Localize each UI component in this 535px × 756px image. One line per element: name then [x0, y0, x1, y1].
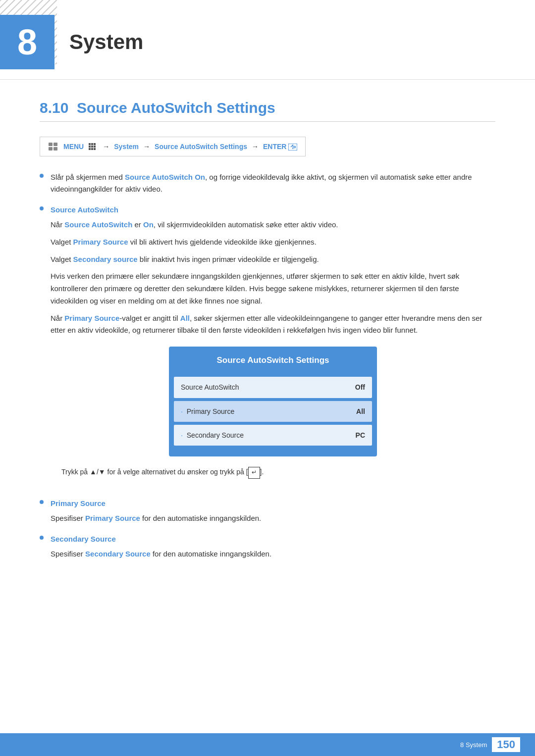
bullet-dot [40, 174, 44, 178]
footer-page-number: 150 [492, 737, 520, 752]
secondary-source-text: Spesifiser Secondary Source for den auto… [51, 548, 495, 560]
chapter-number: 8 [17, 22, 37, 62]
sub-para-5: Når Primary Source-valget er angitt til … [51, 312, 495, 337]
settings-row-autoswitch-value: Off [355, 382, 365, 393]
settings-row-autoswitch-label: Source AutoSwitch [181, 382, 239, 393]
intro-text: Slår på skjermen med Source AutoSwitch O… [51, 171, 495, 195]
secondary-source-heading: Secondary Source [51, 533, 495, 545]
sub-paragraphs: Når Source AutoSwitch er On, vil skjermv… [51, 219, 495, 337]
svg-rect-4 [49, 147, 53, 151]
list-item-primary-source: Primary Source Spesifiser Primary Source… [40, 498, 495, 524]
svg-rect-12 [89, 148, 91, 150]
svg-rect-6 [89, 143, 91, 145]
primary-source-text: Spesifiser Primary Source for den automa… [51, 512, 495, 524]
svg-rect-13 [91, 148, 93, 150]
settings-row-primary-value: All [356, 406, 365, 417]
navigate-hint: Trykk på ▲/▼ for å velge alternativet du… [61, 466, 495, 478]
settings-dialog-title: Source AutoSwitch Settings [169, 347, 377, 374]
menu-icon [48, 142, 58, 151]
source-autoswitch-heading: Source AutoSwitch [51, 204, 495, 216]
intro-bold: Source AutoSwitch On [125, 173, 205, 181]
list-item-intro: Slår på skjermen med Source AutoSwitch O… [40, 171, 495, 195]
menu-label: MENU [63, 143, 84, 151]
arrow1: → [103, 143, 109, 151]
menu-settings: Source AutoSwitch Settings [155, 143, 247, 151]
footer-chapter-label: 8 System [460, 741, 487, 749]
settings-row-secondary: · Secondary Source PC [174, 425, 372, 446]
menu-system: System [114, 143, 139, 151]
settings-row-autoswitch: Source AutoSwitch Off [174, 377, 372, 398]
grid-icon [88, 143, 96, 151]
page-footer: 8 System 150 [0, 733, 535, 756]
sub-para-4: Hvis verken den primære eller sekundære … [51, 270, 495, 307]
svg-rect-11 [94, 146, 96, 148]
menu-enter: ENTER [263, 143, 297, 151]
arrow3: → [252, 143, 259, 151]
list-item-source-autoswitch: Source AutoSwitch Når Source AutoSwitch … [40, 204, 495, 489]
svg-rect-3 [54, 143, 57, 146]
svg-rect-5 [54, 147, 57, 151]
sub-para-2: Valget Primary Source vil bli aktivert h… [51, 236, 495, 249]
bullet-dot-3 [40, 500, 44, 504]
bullet-dot-2 [40, 206, 44, 210]
chapter-title: System [69, 30, 143, 54]
section-title: 8.10 Source AutoSwitch Settings [40, 100, 495, 122]
enter-box-icon: ↵ [248, 467, 260, 478]
sub-para-3: Valget Secondary source blir inaktivt hv… [51, 253, 495, 266]
settings-row-secondary-value: PC [356, 430, 365, 441]
svg-rect-14 [94, 148, 96, 150]
arrow2: → [143, 143, 150, 151]
menu-path: MENU → System → Source AutoSwitch Settin… [40, 137, 306, 156]
list-item-secondary-source: Secondary Source Spesifiser Secondary So… [40, 533, 495, 560]
settings-row-secondary-label: · Secondary Source [181, 430, 244, 441]
svg-rect-7 [91, 143, 93, 145]
svg-rect-10 [91, 146, 93, 148]
settings-row-primary: · Primary Source All [174, 401, 372, 422]
svg-rect-9 [89, 146, 91, 148]
chapter-number-box: 8 [0, 15, 54, 69]
enter-arrow-icon [288, 144, 297, 151]
svg-rect-2 [49, 143, 53, 146]
sub-para-1: Når Source AutoSwitch er On, vil skjermv… [51, 219, 495, 231]
bullet-dot-4 [40, 536, 44, 540]
primary-source-heading: Primary Source [51, 498, 495, 509]
settings-row-primary-label: · Primary Source [181, 406, 234, 417]
settings-dialog: Source AutoSwitch Settings Source AutoSw… [169, 347, 377, 456]
svg-rect-8 [94, 143, 96, 145]
